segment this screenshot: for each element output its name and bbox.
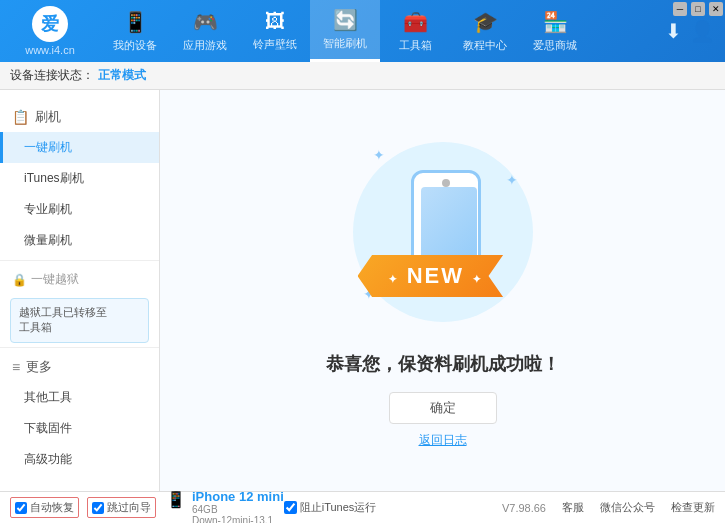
stop-itunes-checkbox[interactable] — [284, 501, 297, 514]
sidebar-section-flash: 📋 刷机 一键刷机 iTunes刷机 专业刷机 微量刷机 — [0, 102, 159, 256]
auto-restore-label: 自动恢复 — [30, 500, 74, 515]
skip-wizard-checkbox-wrapper: 跳过向导 — [87, 497, 156, 518]
my-device-label: 我的设备 — [113, 38, 157, 53]
official-store-icon: 🏪 — [543, 10, 568, 34]
device-name: iPhone 12 mini — [192, 489, 284, 504]
skip-wizard-checkbox[interactable] — [92, 502, 104, 514]
logo-text: www.i4.cn — [25, 44, 75, 56]
more-section-label: 更多 — [26, 358, 52, 376]
customer-service-link[interactable]: 客服 — [562, 500, 584, 515]
nav-wallpapers[interactable]: 🖼 铃声壁纸 — [240, 0, 310, 62]
more-section-icon: ≡ — [12, 359, 20, 375]
stop-itunes-label: 阻止iTunes运行 — [300, 500, 377, 515]
nav-apps-games[interactable]: 🎮 应用游戏 — [170, 0, 240, 62]
device-details: iPhone 12 mini 64GB Down-12mini-13,1 — [192, 489, 284, 523]
sidebar-item-screenflash[interactable]: 微量刷机 — [0, 225, 159, 256]
bottom-checkboxes: 自动恢复 跳过向导 — [10, 497, 156, 518]
success-message: 恭喜您，保资料刷机成功啦！ — [326, 352, 560, 376]
content-area: ✦ ✦ ✦ ✦ NEW ✦ 恭喜您，保资料刷机成功啦！ 确定 — [160, 90, 725, 491]
wechat-public-link[interactable]: 微信公众号 — [600, 500, 655, 515]
wallpapers-label: 铃声壁纸 — [253, 37, 297, 52]
badge-star-left: ✦ — [388, 273, 399, 285]
top-navbar: 爱 www.i4.cn 📱 我的设备 🎮 应用游戏 🖼 铃声壁纸 🔄 智能刷机 … — [0, 0, 725, 62]
lock-icon: 🔒 — [12, 273, 27, 287]
top-right-area: ⬇ 👤 — [655, 19, 725, 43]
auto-restore-checkbox-wrapper: 自动恢复 — [10, 497, 79, 518]
smart-store-label: 智能刷机 — [323, 36, 367, 51]
sidebar-divider-2 — [0, 347, 159, 348]
badge-text: NEW — [407, 263, 464, 288]
device-firmware: Down-12mini-13,1 — [192, 515, 284, 523]
status-value: 正常模式 — [98, 67, 146, 84]
sidebar-section-jailbreak: 🔒 一键越狱 越狱工具已转移至工具箱 — [0, 265, 159, 343]
bottom-left: 自动恢复 跳过向导 📱 iPhone 12 mini 64GB Down-12m… — [10, 489, 284, 523]
sidebar-divider-1 — [0, 260, 159, 261]
badge-star-right: ✦ — [472, 273, 483, 285]
nav-my-device[interactable]: 📱 我的设备 — [100, 0, 170, 62]
sidebar-item-itunes-flash[interactable]: iTunes刷机 — [0, 163, 159, 194]
sidebar-item-onekey-flash[interactable]: 一键刷机 — [0, 132, 159, 163]
sparkle-icon-2: ✦ — [506, 172, 518, 188]
download-button[interactable]: ⬇ — [665, 19, 682, 43]
status-bar: 设备连接状态： 正常模式 — [0, 62, 725, 90]
tutorial-label: 教程中心 — [463, 38, 507, 53]
toolbox-icon: 🧰 — [403, 10, 428, 34]
tutorial-icon: 🎓 — [473, 10, 498, 34]
close-button[interactable]: ✕ — [709, 2, 723, 16]
sidebar-section-more: ≡ 更多 其他工具 下载固件 高级功能 — [0, 352, 159, 475]
sidebar-item-pro-flash[interactable]: 专业刷机 — [0, 194, 159, 225]
sidebar: 📋 刷机 一键刷机 iTunes刷机 专业刷机 微量刷机 🔒 一键越狱 越狱工具… — [0, 90, 160, 491]
apps-games-label: 应用游戏 — [183, 38, 227, 53]
bottom-bar: 自动恢复 跳过向导 📱 iPhone 12 mini 64GB Down-12m… — [0, 491, 725, 523]
user-button[interactable]: 👤 — [690, 19, 715, 43]
sidebar-more-header[interactable]: ≡ 更多 — [0, 352, 159, 382]
sidebar-item-other-tools[interactable]: 其他工具 — [0, 382, 159, 413]
nav-tutorial[interactable]: 🎓 教程中心 — [450, 0, 520, 62]
window-controls: ─ □ ✕ — [673, 2, 723, 16]
logo-area: 爱 www.i4.cn — [0, 6, 100, 56]
toolbox-label: 工具箱 — [399, 38, 432, 53]
my-device-icon: 📱 — [123, 10, 148, 34]
sidebar-item-download-firmware[interactable]: 下载固件 — [0, 413, 159, 444]
jailbreak-notice: 越狱工具已转移至工具箱 — [10, 298, 149, 343]
check-update-link[interactable]: 检查更新 — [671, 500, 715, 515]
sidebar-jailbreak-header: 🔒 一键越狱 — [0, 265, 159, 294]
sidebar-flash-header[interactable]: 📋 刷机 — [0, 102, 159, 132]
nav-official-store[interactable]: 🏪 爱思商城 — [520, 0, 590, 62]
stop-itunes-area: 阻止iTunes运行 — [284, 500, 377, 515]
bottom-device-info: 📱 iPhone 12 mini 64GB Down-12mini-13,1 — [166, 489, 284, 523]
auto-restore-checkbox[interactable] — [15, 502, 27, 514]
smart-store-icon: 🔄 — [333, 8, 358, 32]
maximize-button[interactable]: □ — [691, 2, 705, 16]
nav-items: 📱 我的设备 🎮 应用游戏 🖼 铃声壁纸 🔄 智能刷机 🧰 工具箱 🎓 — [100, 0, 655, 62]
nav-smart-store[interactable]: 🔄 智能刷机 — [310, 0, 380, 62]
new-badge: ✦ NEW ✦ — [358, 255, 504, 297]
apps-games-icon: 🎮 — [193, 10, 218, 34]
minimize-button[interactable]: ─ — [673, 2, 687, 16]
confirm-button[interactable]: 确定 — [389, 392, 497, 424]
logo-icon: 爱 — [32, 6, 68, 42]
official-store-label: 爱思商城 — [533, 38, 577, 53]
sidebar-item-advanced[interactable]: 高级功能 — [0, 444, 159, 475]
version-text: V7.98.66 — [502, 502, 546, 514]
nav-toolbox[interactable]: 🧰 工具箱 — [380, 0, 450, 62]
jailbreak-section-label: 一键越狱 — [31, 271, 79, 288]
sparkle-icon-1: ✦ — [373, 147, 385, 163]
flash-section-icon: 📋 — [12, 109, 29, 125]
bottom-right-area: V7.98.66 客服 微信公众号 检查更新 — [502, 500, 715, 515]
back-link[interactable]: 返回日志 — [419, 432, 467, 449]
status-label: 设备连接状态： — [10, 67, 94, 84]
phone-illustration: ✦ ✦ ✦ ✦ NEW ✦ — [343, 132, 543, 332]
wallpapers-icon: 🖼 — [265, 10, 285, 33]
device-storage: 64GB — [192, 504, 284, 515]
phone-camera — [442, 179, 450, 187]
skip-wizard-label: 跳过向导 — [107, 500, 151, 515]
device-icon: 📱 — [166, 490, 186, 509]
main-area: 📋 刷机 一键刷机 iTunes刷机 专业刷机 微量刷机 🔒 一键越狱 越狱工具… — [0, 90, 725, 491]
flash-section-label: 刷机 — [35, 108, 61, 126]
